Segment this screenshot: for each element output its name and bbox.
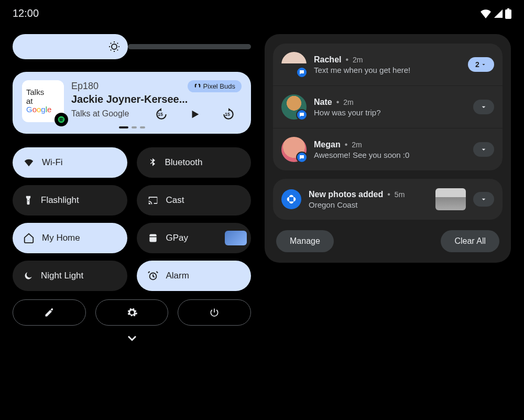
messages-app-icon (296, 67, 308, 78)
manage-notifications-button[interactable]: Manage (276, 230, 334, 252)
tile-gpay[interactable]: GPay (137, 223, 252, 253)
clear-all-button[interactable]: Clear All (441, 230, 499, 252)
home-icon (23, 232, 35, 244)
album-art: Talks at Google (22, 80, 64, 122)
expand-notification-button[interactable] (473, 192, 494, 207)
edit-tiles-button[interactable] (13, 299, 86, 326)
media-title: Jackie Joyner-Kersee... (71, 93, 242, 105)
notification-item[interactable]: Rachel•2m Text me when you get here! 2 (273, 44, 503, 85)
alarm-icon (147, 270, 159, 282)
chevron-down-icon (481, 61, 487, 68)
svg-line-5 (111, 43, 111, 44)
media-player-card[interactable]: Talks at Google Ep180 Pixel Buds (13, 72, 251, 134)
gpay-icon (147, 233, 159, 243)
svg-line-6 (117, 50, 118, 50)
expand-notification-button[interactable] (473, 142, 494, 157)
rewind-15-button[interactable]: 15 (155, 107, 168, 121)
expand-handle[interactable] (125, 331, 139, 346)
tile-bluetooth[interactable]: Bluetooth (137, 147, 252, 178)
notification-shade: Rachel•2m Text me when you get here! 2 N… (265, 34, 511, 263)
brightness-slider[interactable] (13, 34, 128, 59)
flashlight-icon (23, 195, 34, 206)
spotify-icon (54, 113, 68, 126)
earbuds-icon (194, 83, 201, 90)
power-button[interactable] (178, 299, 251, 326)
chevron-down-icon (479, 195, 488, 203)
chevron-down-icon (479, 145, 488, 154)
expand-notification-button[interactable] (473, 100, 494, 114)
notification-item[interactable]: Megan•2m Awesome! See you soon :0 (273, 128, 503, 170)
pencil-icon (44, 307, 54, 318)
wifi-status-icon (480, 9, 492, 18)
gpay-card-preview (225, 231, 247, 245)
wifi-icon (23, 157, 35, 168)
tile-night-light[interactable]: Night Light (13, 261, 127, 291)
play-button[interactable] (189, 109, 201, 120)
gear-icon (126, 307, 138, 318)
chevron-down-icon (125, 331, 139, 346)
output-switcher[interactable]: Pixel Buds (188, 80, 242, 92)
media-episode: Ep180 (71, 81, 99, 92)
moon-icon (23, 271, 34, 281)
tile-flashlight[interactable]: Flashlight (13, 185, 127, 216)
cast-icon (147, 195, 159, 206)
svg-line-7 (111, 50, 111, 50)
photo-thumbnail (435, 188, 466, 210)
tile-home[interactable]: My Home (13, 223, 127, 253)
messages-app-icon (296, 152, 308, 163)
brightness-icon (108, 40, 121, 53)
battery-status-icon (505, 8, 511, 19)
bluetooth-icon (147, 157, 158, 168)
power-icon (209, 307, 220, 318)
notification-count-chip[interactable]: 2 (468, 57, 494, 72)
avatar (281, 94, 307, 120)
notification-item[interactable]: Nate•2m How was your trip? (273, 85, 503, 128)
photos-app-icon (281, 189, 301, 209)
avatar (281, 137, 307, 162)
status-icons (480, 8, 511, 19)
settings-button[interactable] (95, 299, 169, 326)
status-time: 12:00 (13, 7, 39, 19)
signal-status-icon (494, 9, 503, 18)
media-subtitle: Talks at Google (71, 109, 129, 119)
messages-app-icon (296, 109, 308, 121)
svg-point-0 (112, 44, 117, 49)
media-pager[interactable] (22, 126, 242, 128)
brightness-track[interactable] (128, 44, 251, 49)
svg-line-8 (117, 43, 118, 44)
avatar (281, 52, 307, 77)
tile-wifi[interactable]: Wi-Fi (13, 147, 127, 178)
notification-photos[interactable]: New photos added•5m Oregon Coast (273, 179, 503, 220)
tile-alarm[interactable]: Alarm (137, 261, 252, 291)
chevron-down-icon (479, 103, 488, 111)
forward-15-button[interactable]: 15 (222, 107, 235, 121)
tile-cast[interactable]: Cast (137, 185, 252, 216)
